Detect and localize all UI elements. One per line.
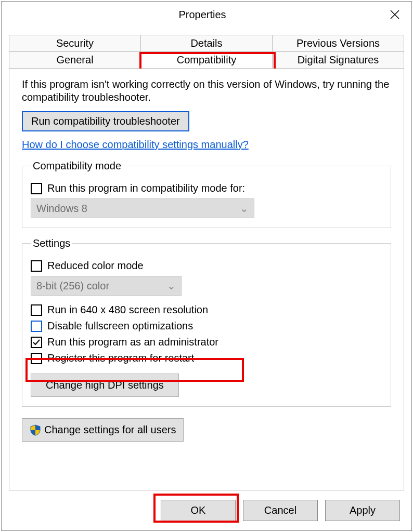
group-settings: Settings Reduced color mode 8-bit (256) … <box>22 237 391 407</box>
tab-digital-signatures[interactable]: Digital Signatures <box>273 52 404 68</box>
select-color-mode: 8-bit (256) color ⌄ <box>31 276 182 296</box>
close-icon <box>390 9 400 20</box>
dialog-footer: OK Cancel Apply <box>2 490 411 530</box>
label-640x480: Run in 640 x 480 screen resolution <box>47 304 208 316</box>
shield-icon <box>30 424 41 436</box>
tab-previous-versions[interactable]: Previous Versions <box>273 35 404 51</box>
label-register-restart: Register this program for restart <box>47 352 194 364</box>
ok-button[interactable]: OK <box>161 500 236 521</box>
cancel-button[interactable]: Cancel <box>243 500 318 521</box>
group-compat-legend: Compatibility mode <box>31 160 123 172</box>
select-compat-os-value: Windows 8 <box>36 203 87 215</box>
checkbox-run-as-admin[interactable] <box>31 337 42 348</box>
checkmark-icon <box>32 338 41 347</box>
close-button[interactable] <box>382 2 407 27</box>
chevron-down-icon: ⌄ <box>167 280 176 292</box>
checkbox-reduced-color[interactable] <box>31 260 42 272</box>
tab-strip: Security Details Previous Versions Gener… <box>9 35 404 69</box>
checkbox-disable-fullscreen[interactable] <box>31 321 42 332</box>
select-compat-os: Windows 8 ⌄ <box>31 198 254 218</box>
group-compatibility-mode: Compatibility mode Run this program in c… <box>22 160 391 228</box>
compatibility-pane: If this program isn't working correctly … <box>9 69 404 490</box>
checkbox-register-restart[interactable] <box>31 353 42 364</box>
change-dpi-button[interactable]: Change high DPI settings <box>31 374 179 397</box>
change-all-users-button[interactable]: Change settings for all users <box>22 418 184 442</box>
help-link[interactable]: How do I choose compatibility settings m… <box>22 139 249 151</box>
window-title: Properties <box>2 9 382 21</box>
checkbox-compat-mode[interactable] <box>31 183 42 194</box>
group-settings-legend: Settings <box>31 237 72 249</box>
change-all-users-label: Change settings for all users <box>44 424 176 436</box>
select-color-mode-value: 8-bit (256) color <box>36 280 109 292</box>
checkbox-640x480[interactable] <box>31 304 42 316</box>
tab-details[interactable]: Details <box>141 35 273 51</box>
label-compat-mode: Run this program in compatibility mode f… <box>47 182 245 194</box>
label-run-as-admin: Run this program as an administrator <box>47 336 218 348</box>
label-reduced-color: Reduced color mode <box>47 260 144 272</box>
chevron-down-icon: ⌄ <box>240 202 249 215</box>
run-troubleshooter-button[interactable]: Run compatibility troubleshooter <box>22 111 189 131</box>
tab-security[interactable]: Security <box>9 35 141 51</box>
label-disable-fullscreen: Disable fullscreen optimizations <box>47 320 193 332</box>
apply-button[interactable]: Apply <box>325 500 400 521</box>
tab-general[interactable]: General <box>9 52 141 68</box>
intro-text: If this program isn't working correctly … <box>22 78 391 104</box>
tab-compatibility[interactable]: Compatibility <box>141 52 273 68</box>
